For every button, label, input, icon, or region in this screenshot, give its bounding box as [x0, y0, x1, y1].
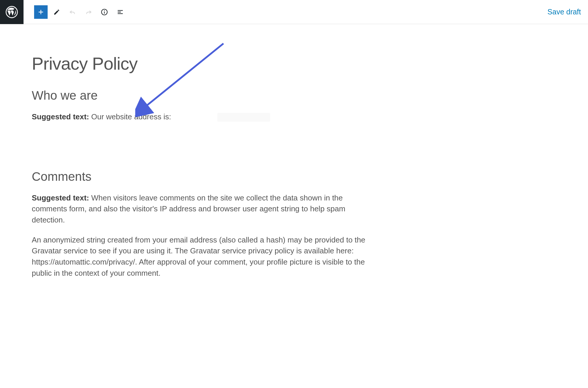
svg-rect-3 [104, 11, 105, 13]
svg-point-2 [104, 10, 105, 11]
arrow-icon [135, 41, 229, 117]
add-block-button[interactable] [34, 5, 48, 19]
list-view-icon [116, 8, 124, 16]
wordpress-icon [6, 6, 18, 18]
undo-icon [69, 8, 76, 16]
details-button[interactable] [98, 5, 111, 19]
wordpress-logo-button[interactable] [0, 0, 24, 24]
undo-button [66, 5, 79, 19]
plus-icon [37, 8, 45, 16]
section-heading-comments[interactable]: Comments [32, 170, 367, 184]
comments-paragraph-2[interactable]: An anonymized string created from your e… [32, 235, 367, 279]
suggested-text-label: Suggested text: [32, 193, 91, 202]
comments-paragraph-1[interactable]: Suggested text: When visitors leave comm… [32, 193, 367, 226]
redo-button [82, 5, 95, 19]
info-icon [101, 8, 108, 16]
toolbar-left-group [24, 5, 127, 19]
pencil-icon [53, 8, 61, 16]
redo-icon [85, 8, 92, 16]
editor-top-toolbar: Save draft [0, 0, 588, 24]
save-draft-button[interactable]: Save draft [547, 8, 588, 16]
annotation-arrow [135, 41, 229, 118]
svg-line-4 [143, 44, 223, 108]
editor-canvas[interactable]: Privacy Policy Who we are Suggested text… [0, 24, 588, 279]
suggested-text-label: Suggested text: [32, 112, 91, 121]
tools-button[interactable] [50, 5, 64, 19]
outline-button[interactable] [113, 5, 127, 19]
